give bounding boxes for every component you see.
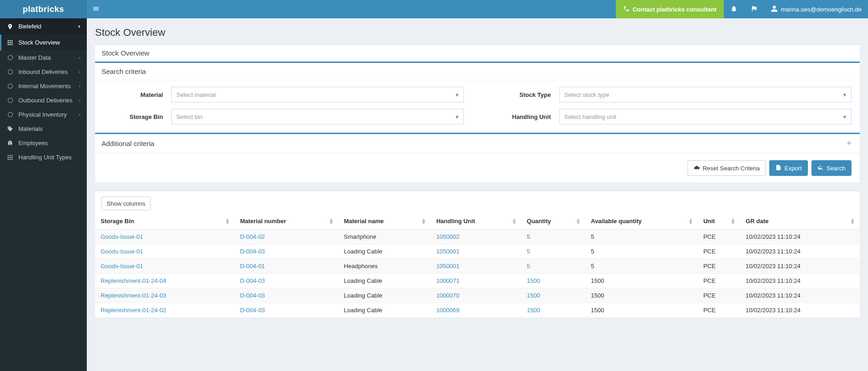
cell-hu[interactable]: 1050001 — [431, 259, 521, 274]
stock-type-label: Stock Type — [491, 91, 551, 98]
grid-icon — [6, 39, 14, 46]
sidebar-item-label: Handling Unit Types — [18, 154, 72, 161]
sidebar-item-handling-unit-types[interactable]: Handling Unit Types — [0, 150, 87, 164]
col-storage-bin[interactable]: Storage Bin▲▼ — [95, 213, 235, 230]
cell-unit: PCE — [698, 303, 740, 318]
handling-unit-select[interactable]: Select handling unit ▾ — [559, 109, 852, 124]
contact-consultant-button[interactable]: Contact platbricks consultant — [616, 0, 724, 18]
material-placeholder: Select material — [176, 91, 216, 98]
marker-icon — [6, 23, 14, 30]
user-menu[interactable]: marina.oes@demoenglisch.de — [764, 0, 868, 18]
sidebar-location-label: Bielefeld — [18, 23, 41, 30]
sidebar-toggle[interactable] — [87, 0, 105, 18]
sidebar-item-physical-inventory[interactable]: Physical Inventory‹ — [0, 107, 87, 122]
sidebar-item-label: Materials — [18, 125, 43, 132]
cell-hu[interactable]: 1000069 — [431, 303, 521, 318]
sidebar-location[interactable]: Bielefeld ▾ — [0, 18, 87, 34]
cell-unit: PCE — [698, 274, 740, 288]
cell-aqty: 1500 — [585, 288, 698, 303]
cell-qty[interactable]: 5 — [521, 230, 585, 244]
brand-logo[interactable]: platbricks — [0, 0, 87, 18]
reset-search-button[interactable]: Reset Search Criteria — [688, 160, 766, 176]
storage-bin-select[interactable]: Select bin ▾ — [171, 109, 464, 124]
cloud-icon — [693, 164, 700, 172]
cell-unit: PCE — [698, 259, 740, 274]
cell-aqty: 5 — [585, 230, 698, 244]
rocket-icon — [6, 140, 14, 146]
col-quantity[interactable]: Quantity▲▼ — [521, 213, 585, 230]
col-gr-date[interactable]: GR date▲▼ — [740, 213, 860, 230]
sidebar-item-label: Inbound Deliveries — [18, 68, 68, 75]
cell-matnum[interactable]: D-004-03 — [235, 303, 338, 318]
cell-matnum[interactable]: D-004-03 — [235, 288, 338, 303]
circle-icon — [6, 98, 14, 103]
cell-qty[interactable]: 5 — [521, 244, 585, 259]
show-columns-button[interactable]: Show columns — [101, 197, 151, 210]
export-button[interactable]: Export — [769, 160, 808, 176]
cell-hu[interactable]: 1000070 — [431, 288, 521, 303]
col-available-quantity[interactable]: Available quantity▲▼ — [585, 213, 698, 230]
cell-hu[interactable]: 1050002 — [431, 230, 521, 244]
cell-bin[interactable]: Replenishment-01-24-02 — [95, 303, 235, 318]
table-row: Goods-Issue-01D-004-01Headphones10500015… — [95, 259, 860, 274]
stock-overview-panel: Stock Overview Search criteria Material … — [95, 44, 860, 182]
search-button[interactable]: Search — [812, 160, 851, 176]
cell-matname: Smartphone — [338, 230, 431, 244]
sidebar-item-outbound-deliveries[interactable]: Outbound Deliveries‹ — [0, 93, 87, 107]
contact-consultant-label: Contact platbricks consultant — [632, 6, 716, 13]
table-row: Replenishment-01-24-03D-004-03Loading Ca… — [95, 288, 860, 303]
cell-matnum[interactable]: D-004-02 — [235, 230, 338, 244]
sidebar-item-inbound-deliveries[interactable]: Inbound Deliveries‹ — [0, 65, 87, 79]
plus-icon[interactable]: + — [845, 139, 853, 148]
cell-hu[interactable]: 1000071 — [431, 274, 521, 288]
stock-type-select[interactable]: Select stock type ▾ — [559, 87, 852, 102]
sidebar-item-label: Internal Movements — [18, 83, 71, 90]
chevron-left-icon: ‹ — [79, 98, 80, 103]
table-row: Replenishment-01-24-04D-004-03Loading Ca… — [95, 274, 860, 288]
panel-title: Stock Overview — [95, 45, 860, 62]
sidebar-item-master-data[interactable]: Master Data‹ — [0, 51, 87, 65]
cell-gr: 10/02/2023 11:10:24 — [740, 274, 860, 288]
additional-criteria-header[interactable]: Additional criteria + — [95, 134, 860, 153]
content: Stock Overview Stock Overview Search cri… — [87, 18, 868, 371]
material-select[interactable]: Select material ▾ — [171, 87, 464, 102]
search-form: Material Select material ▾ Stock Type Se… — [95, 80, 860, 133]
export-icon — [775, 164, 782, 172]
sidebar-item-internal-movements[interactable]: Internal Movements‹ — [0, 79, 87, 93]
cell-bin[interactable]: Goods-Issue-01 — [95, 259, 235, 274]
grid-icon — [6, 154, 14, 161]
sidebar-item-stock-overview[interactable]: Stock Overview — [0, 34, 87, 51]
sidebar: Bielefeld ▾ Stock OverviewMaster Data‹In… — [0, 18, 87, 371]
cell-qty[interactable]: 5 — [521, 259, 585, 274]
col-handling-unit[interactable]: Handling Unit▲▼ — [431, 213, 521, 230]
sidebar-item-label: Physical Inventory — [18, 111, 67, 118]
cell-hu[interactable]: 1050001 — [431, 244, 521, 259]
cell-qty[interactable]: 1500 — [521, 274, 585, 288]
sort-icon: ▲▼ — [225, 218, 230, 225]
cell-qty[interactable]: 1500 — [521, 303, 585, 318]
col-material-number[interactable]: Material number▲▼ — [235, 213, 338, 230]
cell-matnum[interactable]: D-004-03 — [235, 274, 338, 288]
cell-matname: Loading Cable — [338, 303, 431, 318]
bell-icon — [730, 5, 738, 14]
sidebar-item-materials[interactable]: Materials — [0, 122, 87, 136]
col-unit[interactable]: Unit▲▼ — [698, 213, 740, 230]
cell-qty[interactable]: 1500 — [521, 288, 585, 303]
sidebar-item-employees[interactable]: Employees — [0, 136, 87, 150]
phone-icon — [623, 6, 630, 13]
cell-matnum[interactable]: D-004-03 — [235, 244, 338, 259]
cell-bin[interactable]: Replenishment-01-24-03 — [95, 288, 235, 303]
cell-gr: 10/02/2023 11:10:24 — [740, 259, 860, 274]
chevron-left-icon: ‹ — [79, 112, 80, 117]
cell-matnum[interactable]: D-004-01 — [235, 259, 338, 274]
circle-icon — [6, 112, 14, 117]
cell-bin[interactable]: Goods-Issue-01 — [95, 230, 235, 244]
cell-bin[interactable]: Goods-Issue-01 — [95, 244, 235, 259]
notifications-button[interactable] — [724, 0, 744, 18]
col-material-name[interactable]: Material name▲▼ — [338, 213, 431, 230]
bars-icon — [92, 5, 100, 14]
cell-bin[interactable]: Replenishment-01-24-04 — [95, 274, 235, 288]
flag-button[interactable] — [744, 0, 764, 18]
flag-icon — [750, 5, 758, 14]
handling-unit-placeholder: Select handling unit — [564, 113, 616, 120]
